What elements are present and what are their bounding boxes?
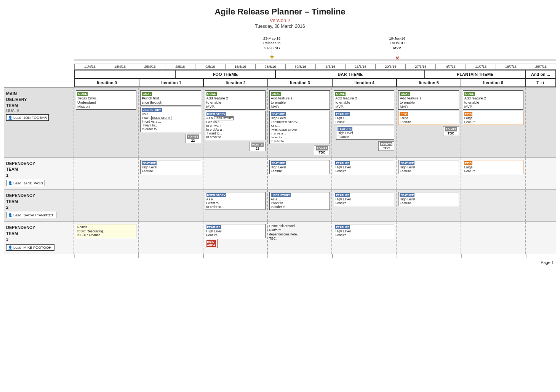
team-label-dep1: DEPENDENCY TEAM 1 👤 Lead: JANE PASS bbox=[4, 158, 74, 189]
date-tick: 20/6/16 bbox=[375, 64, 405, 69]
theme-plantain: PLANTAIN THEME bbox=[425, 70, 526, 79]
timeline-area: 23-May-16Release toSTAGING 19-Jun-16LAUN… bbox=[0, 36, 560, 258]
dep3-iter-5 bbox=[397, 222, 461, 253]
dep2-iter-6 bbox=[461, 190, 526, 221]
dep1-iter-4: FEATURE High LevelFeature bbox=[332, 158, 397, 189]
date-tick: 16/5/16 bbox=[225, 64, 255, 69]
date-tick: 23/5/16 bbox=[255, 64, 285, 69]
lead-main: 👤 Lead: JON FOOBAR bbox=[6, 114, 49, 121]
milestone-arrow-down bbox=[270, 56, 274, 59]
dep2-iter-2: USER STORY As a ...I want to...In order … bbox=[203, 190, 268, 221]
dep3-iter-2: FEATURE High LevelFeature RISKAREA bbox=[203, 222, 268, 253]
page-header: Agile Release Planner – Timeline Version… bbox=[0, 0, 560, 30]
dep2-iter-4: FEATURE High LevelFeature bbox=[332, 190, 397, 221]
team-row-dep2: DEPENDENCY TEAM 2 👤 Lead: SARAH TANKRETI… bbox=[4, 189, 556, 221]
dep3-iter-7plus bbox=[526, 222, 556, 253]
theme-and-on: And on ... bbox=[526, 70, 556, 79]
dep2-iter-1 bbox=[139, 190, 203, 221]
dep1-iter-0 bbox=[74, 158, 139, 189]
lead-dep2: 👤 Lead: SARAH TANKRETI bbox=[6, 212, 56, 218]
milestone-mvp: 19-Jun-16LAUNCHMVP ✕ bbox=[382, 36, 413, 61]
dep2-iter-7plus bbox=[526, 190, 556, 221]
team-row-main: MAIN DELIVERY TEAM GOALS 👤 Lead: JON FOO… bbox=[4, 87, 556, 157]
dep3-iter-3: Some risk aroundPlatformdependencies her… bbox=[268, 222, 332, 253]
dep2-iter-3: USER STORY As a ...I want to...In order … bbox=[268, 190, 332, 221]
date-tick: 25/7/16 bbox=[526, 64, 556, 69]
dep3-iter-4: FEATURE High LevelFeature bbox=[332, 222, 397, 253]
main-iter-6: GOAL Add feature 2to enableMVP. EPIC Lar… bbox=[461, 88, 526, 157]
iter-header-0: Iteration 0 bbox=[74, 79, 139, 87]
main-iter-7plus bbox=[526, 88, 556, 157]
iter-header-3: Iteration 3 bbox=[268, 79, 333, 87]
timeline-bar bbox=[74, 59, 556, 61]
lead-icon: 👤 bbox=[8, 181, 13, 185]
dep3-iter-6 bbox=[461, 222, 526, 253]
team-label-main: MAIN DELIVERY TEAM GOALS 👤 Lead: JON FOO… bbox=[4, 88, 74, 157]
dep1-iter-2 bbox=[203, 158, 268, 189]
lead-icon: 👤 bbox=[8, 245, 13, 250]
lead-dep1: 👤 Lead: JANE PASS bbox=[6, 180, 45, 186]
main-iter-1: GOAL Punch firstslice through. USER STOR… bbox=[139, 88, 203, 157]
date-tick: 18/7/16 bbox=[496, 64, 526, 69]
date-tick: 2/5/16 bbox=[165, 64, 195, 69]
theme-bar: BAR THEME bbox=[276, 70, 425, 79]
dep2-iter-0 bbox=[74, 190, 139, 221]
bottom-rule bbox=[74, 254, 556, 258]
team-row-dep1: DEPENDENCY TEAM 1 👤 Lead: JANE PASS FEAT… bbox=[4, 157, 556, 189]
date-tick: 25/4/16 bbox=[135, 64, 165, 69]
theme-foo: FOO THEME bbox=[176, 70, 276, 79]
date-tick: 4/7/16 bbox=[435, 64, 466, 69]
date-tick: 6/6/16 bbox=[315, 64, 346, 69]
main-iter-5: GOAL Add feature 2to enableMVP. EPIC Lar… bbox=[397, 88, 461, 157]
lead-icon: 👤 bbox=[8, 115, 13, 120]
page-title: Agile Release Planner – Timeline bbox=[0, 7, 560, 17]
date-tick: 9/5/16 bbox=[195, 64, 225, 69]
dep1-iter-5: FEATURE High LevelFeature bbox=[397, 158, 461, 189]
dep3-iter-0: NOTES RISK: Resourcing.ISSUE: Finance. bbox=[74, 222, 139, 253]
date-ruler: 11/4/16 18/4/16 25/4/16 2/5/16 9/5/16 16… bbox=[74, 64, 556, 70]
dep1-iter-6: EPIC LargeFeature bbox=[461, 158, 526, 189]
dep2-iter-5: FEATURE High LevelFeature bbox=[397, 190, 461, 221]
page-version: Version 2 bbox=[0, 18, 560, 23]
date-tick: 30/5/16 bbox=[285, 64, 315, 69]
theme-none bbox=[74, 70, 176, 79]
milestone-staging: 23-May-16Release toSTAGING bbox=[257, 36, 287, 59]
lead-icon: 👤 bbox=[8, 213, 13, 217]
iter-header-2: Iteration 2 bbox=[204, 79, 268, 87]
page-number: Page 1 bbox=[0, 258, 560, 267]
lead-dep3: 👤 Lead: MIKE FOOTOOHI bbox=[6, 244, 54, 251]
theme-headers: FOO THEME BAR THEME PLANTAIN THEME And o… bbox=[74, 70, 556, 79]
main-iter-0: GOAL Setup Envs.UnderstandMission. bbox=[74, 88, 139, 157]
iter-header-5: Iteration 5 bbox=[397, 79, 461, 87]
dep1-iter-3: FEATURE High LevelFeature bbox=[268, 158, 332, 189]
dep1-iter-1: FEATURE High LevelFeature bbox=[139, 158, 203, 189]
dep1-iter-7plus bbox=[526, 158, 556, 189]
team-label-dep2: DEPENDENCY TEAM 2 👤 Lead: SARAH TANKRETI bbox=[4, 190, 74, 221]
date-tick: 18/4/16 bbox=[105, 64, 135, 69]
iter-header-7plus: 7 ++ bbox=[526, 79, 556, 87]
date-tick: 11/4/16 bbox=[75, 64, 105, 69]
dep3-iter-1 bbox=[139, 222, 203, 253]
iter-header-6: Iteration 6 bbox=[461, 79, 526, 87]
main-iter-2: GOAL Add feature 2to enableMVP. USER STO… bbox=[203, 88, 268, 157]
date-tick: 27/6/16 bbox=[405, 64, 435, 69]
iter-header-1: Iteration 1 bbox=[139, 79, 204, 87]
main-iter-3: GOAL Add feature 2to enableMVP. FEATURE … bbox=[268, 88, 332, 157]
team-label-dep3: DEPENDENCY TEAM 3 👤 Lead: MIKE FOOTOOHI bbox=[4, 222, 74, 253]
date-tick: 11/7/16 bbox=[466, 64, 496, 69]
date-tick: 13/6/16 bbox=[345, 64, 375, 69]
iteration-headers: Iteration 0 Iteration 1 Iteration 2 Iter… bbox=[74, 79, 556, 87]
team-row-dep3: DEPENDENCY TEAM 3 👤 Lead: MIKE FOOTOOHI … bbox=[4, 221, 556, 253]
iter-header-4: Iteration 4 bbox=[333, 79, 397, 87]
main-iter-4: GOAL Add feature 2to enableMVP. FEATURE … bbox=[332, 88, 397, 157]
page-date: Tuesday, 08 March 2016 bbox=[0, 24, 560, 29]
